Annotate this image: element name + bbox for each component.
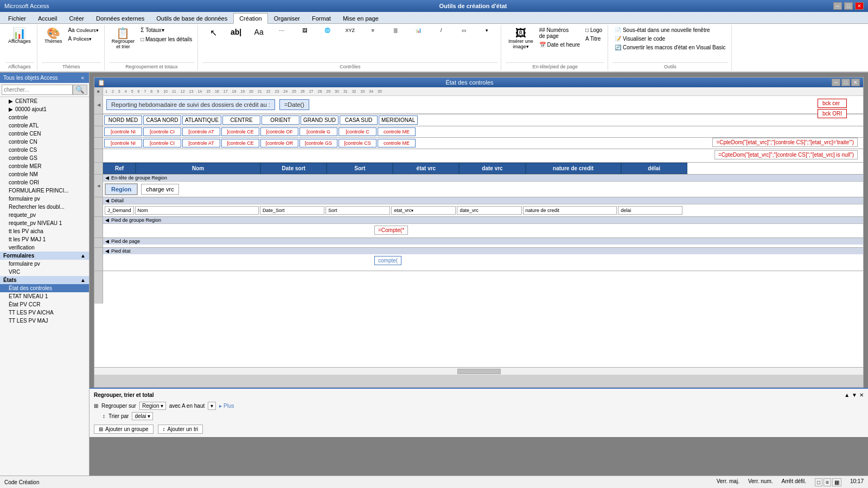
visualiser-code-btn[interactable]: 📝 Visualiser le code xyxy=(612,35,667,43)
sidebar-item-formulaire-princi[interactable]: FORMULAIRE PRINCI... xyxy=(0,187,89,195)
ctrl2-grand-sud[interactable]: [controle GS xyxy=(299,139,337,147)
sidebar-item-controle[interactable]: controle xyxy=(0,113,89,121)
sidebar-item-formulaire-pv[interactable]: formulaire pv xyxy=(0,195,89,203)
ctrl1-centre[interactable]: [controle CE xyxy=(221,127,259,136)
sidebar-header[interactable]: Tous les objets Access « xyxy=(0,73,89,83)
line-btn[interactable]: / xyxy=(430,26,452,35)
sidebar-item-controle-cn[interactable]: controle CN xyxy=(0,138,89,146)
charge-vrc-field[interactable]: charge vrc xyxy=(141,184,178,195)
masquer-btn[interactable]: □ Masquer les détails xyxy=(138,35,194,43)
window-controls[interactable]: ─ □ ✕ xyxy=(833,2,864,10)
group-sort-down-btn[interactable]: ▼ xyxy=(852,392,857,398)
sidebar-item-controle-atl[interactable]: controle ATL xyxy=(0,121,89,130)
sidebar-item-tt-pv-aicha2[interactable]: TT LES PV AICHA xyxy=(0,309,89,317)
dots-btn[interactable]: ···· xyxy=(271,26,292,35)
group-field-dropdown[interactable]: Region ▾ xyxy=(139,402,166,410)
compte-value-field[interactable]: compte( xyxy=(374,256,401,265)
sidebar-item-controle-nm[interactable]: controle NM xyxy=(0,170,89,178)
ctrl2-centre[interactable]: [controle CE xyxy=(221,139,259,147)
affichages-btn[interactable]: 📊 Affichages xyxy=(5,26,34,46)
compte-formula-field[interactable]: =Compte(* xyxy=(374,226,408,235)
formulaires-section-header[interactable]: Formulaires ▲ xyxy=(0,252,89,260)
inserer-image-btn[interactable]: 🖼 Insérer uneimage▾ xyxy=(506,26,536,51)
titre-btn[interactable]: A Titre xyxy=(583,35,604,43)
group-plus-label[interactable]: ▸ Plus xyxy=(219,403,234,409)
more-btn[interactable]: ▾ xyxy=(476,26,497,35)
sidebar-item-controle-gs[interactable]: controle GS xyxy=(0,154,89,162)
fw-close-btn[interactable]: ✕ xyxy=(851,79,860,86)
sidebar-item-form-pv[interactable]: formulaire pv xyxy=(0,260,89,268)
cols-btn[interactable]: ||| xyxy=(385,26,406,35)
report-designer[interactable]: ◀ Reporting hebdomadaire de suivi des do… xyxy=(94,96,863,387)
ctrl2-nord-med[interactable]: [controle NI xyxy=(104,139,142,147)
tab-creer[interactable]: Créer xyxy=(63,13,90,23)
ctrl1-nord-med[interactable]: [controle NI xyxy=(104,127,142,136)
tab-fichier[interactable]: Fichier xyxy=(2,13,32,23)
detail-date-vrc[interactable]: date_vrc xyxy=(457,206,521,215)
img-btn[interactable]: 🖼 xyxy=(293,26,315,35)
group-region-field[interactable]: Region xyxy=(105,183,138,195)
detail-nom[interactable]: Nom xyxy=(135,206,259,215)
tab-creation[interactable]: Création xyxy=(233,13,268,24)
add-sort-btn[interactable]: ↕ Ajouter un tri xyxy=(158,425,203,434)
tab-format[interactable]: Format xyxy=(306,13,337,23)
ctrl1-atl[interactable]: [controle AT xyxy=(182,127,220,136)
sidebar-item-etat-pv-ccr[interactable]: État PV CCR xyxy=(0,300,89,309)
chart-btn[interactable]: 📊 xyxy=(407,26,429,35)
ctrl2-orient[interactable]: [controle OR xyxy=(260,139,298,147)
sidebar-item-requete-pv-n1[interactable]: requete_pv NIVEAU 1 xyxy=(0,219,89,227)
ctrl2-casa-nord[interactable]: [controle CI xyxy=(143,139,181,147)
sidebar-item-00000[interactable]: ▶ 00000 ajout1 xyxy=(0,105,89,113)
sidebar-item-rechercher-doubl[interactable]: Rechercher les doubl... xyxy=(0,203,89,211)
form-window-controls[interactable]: ─ □ ✕ xyxy=(832,79,860,86)
sidebar-scroll[interactable]: ▶ CENTRE ▶ 00000 ajout1 controle control… xyxy=(0,97,89,476)
tab-organiser[interactable]: Organiser xyxy=(268,13,306,23)
sort-field-dropdown[interactable]: delai ▾ xyxy=(132,412,152,420)
h-scrollbar[interactable] xyxy=(94,367,863,375)
sidebar-item-etat-niveau1[interactable]: ETAT NIVEAU 1 xyxy=(0,292,89,300)
logo-btn[interactable]: □ Logo xyxy=(583,26,604,34)
sidebar-item-etat-controles[interactable]: État des controles xyxy=(0,284,89,292)
tab-outils-bdd[interactable]: Outils de base de données xyxy=(150,13,233,23)
date-formula-field[interactable]: =Date() xyxy=(279,99,309,110)
couleurs-btn[interactable]: Aa Couleurs▾ xyxy=(66,26,100,34)
close-btn[interactable]: ✕ xyxy=(855,2,864,10)
ctrl1-grand-sud[interactable]: [controle G xyxy=(299,127,337,136)
fw-maximize-btn[interactable]: □ xyxy=(841,79,850,86)
minimize-btn[interactable]: ─ xyxy=(833,2,842,10)
fw-minimize-btn[interactable]: ─ xyxy=(832,79,840,86)
ctrl2-casa-sud[interactable]: [controle CS xyxy=(339,139,376,147)
sidebar-item-centre[interactable]: ▶ CENTRE xyxy=(0,97,89,105)
detail-etat-vrc[interactable]: etat_vrc ▾ xyxy=(391,206,456,215)
detail-date-sort[interactable]: Date_Sort xyxy=(260,206,324,215)
sidebar-item-controle-cs[interactable]: controle CS xyxy=(0,146,89,154)
lines-btn[interactable]: ≡ xyxy=(362,26,384,35)
polices-btn[interactable]: A Polices▾ xyxy=(66,35,100,43)
label-btn[interactable]: ab| xyxy=(225,26,247,38)
totaux-btn[interactable]: Σ Totaux▾ xyxy=(138,26,194,34)
sidebar-item-tt-pv-aicha[interactable]: tt les PV aicha xyxy=(0,227,89,235)
web-btn[interactable]: 🌐 xyxy=(316,26,338,35)
ctrl1-casa-nord[interactable]: [controle CI xyxy=(143,127,181,136)
detail-delai[interactable]: delai xyxy=(618,206,682,215)
sidebar-item-controle-ori[interactable]: controle ORI xyxy=(0,178,89,187)
sidebar-item-vrc[interactable]: VRC xyxy=(0,268,89,276)
tab-accueil[interactable]: Accueil xyxy=(32,13,63,23)
numeros-page-btn[interactable]: ## Numérosde page xyxy=(537,26,582,40)
etats-section-header[interactable]: États ▲ xyxy=(0,276,89,284)
aa-btn[interactable]: Aa xyxy=(248,26,270,38)
convertir-macros-btn[interactable]: 🔄 Convertir les macros d'état en Visual … xyxy=(612,43,727,52)
sous-etat-btn[interactable]: 📄 Sous-état dans une nouvelle fenêtre xyxy=(612,26,712,34)
add-group-btn[interactable]: ⊞ Ajouter un groupe xyxy=(94,425,154,434)
ctrl2-atl[interactable]: [controle AT xyxy=(182,139,220,147)
xyz-btn[interactable]: XYZ xyxy=(339,26,361,35)
detail-sort[interactable]: Sort xyxy=(326,206,390,215)
sidebar-item-controle-mer[interactable]: controle MER xyxy=(0,162,89,170)
regrouper-btn[interactable]: 📋 Regrouperet trier xyxy=(109,26,138,51)
sidebar-item-tt-pv-maj1[interactable]: tt les PV MAJ 1 xyxy=(0,235,89,243)
date-heure-btn[interactable]: 📅 Date et heure xyxy=(537,41,582,49)
search-input[interactable] xyxy=(2,85,73,95)
detail-j-demand[interactable]: J_Demand xyxy=(105,206,134,215)
ctrl1-casa-sud[interactable]: [controle C xyxy=(339,127,376,136)
rect-btn[interactable]: ▭ xyxy=(453,26,475,35)
